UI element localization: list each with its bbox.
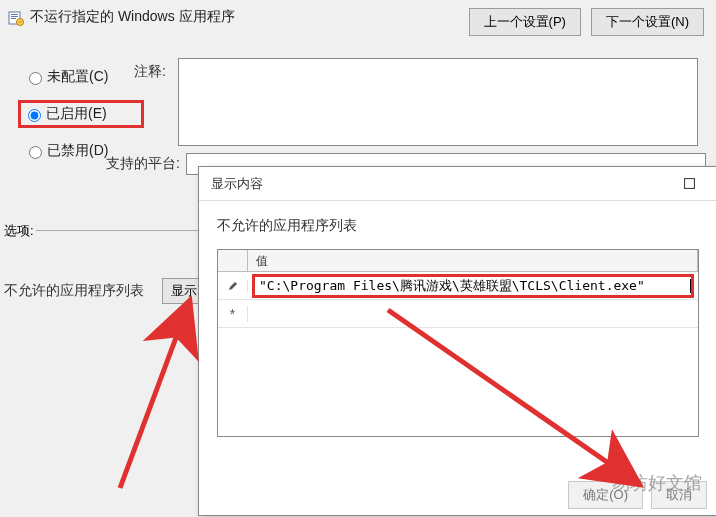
radio-unconfigured-label: 未配置(C)	[47, 68, 108, 86]
row-edit-indicator	[218, 280, 248, 292]
next-setting-button[interactable]: 下一个设置(N)	[591, 8, 704, 36]
platform-label: 支持的平台:	[106, 155, 180, 173]
new-row-star-icon: *	[230, 306, 235, 322]
radio-disabled-input[interactable]	[29, 146, 42, 159]
ok-button[interactable]: 确定(O)	[568, 481, 643, 509]
radio-enabled-input[interactable]	[28, 109, 41, 122]
options-label: 选项:	[4, 222, 34, 240]
prev-setting-button[interactable]: 上一个设置(P)	[469, 8, 581, 36]
note-textarea[interactable]	[178, 58, 698, 146]
dialog-subtitle: 不允许的应用程序列表	[217, 217, 699, 235]
maximize-button[interactable]	[669, 170, 709, 198]
svg-rect-5	[684, 179, 694, 189]
radio-unconfigured-input[interactable]	[29, 72, 42, 85]
note-label: 注释:	[134, 63, 166, 81]
dialog-title: 显示内容	[211, 175, 263, 193]
cancel-button[interactable]: 取消	[651, 481, 707, 509]
value-grid[interactable]: 值 "C:\Program Files\腾讯游戏\英雄联盟\TCLS\Clien…	[217, 249, 699, 437]
annotation-path-highlight: "C:\Program Files\腾讯游戏\英雄联盟\TCLS\Client.…	[252, 274, 694, 298]
policy-title: 不运行指定的 Windows 应用程序	[30, 8, 290, 26]
config-radio-group: 未配置(C) 已启用(E) 已禁用(D)	[24, 68, 144, 160]
pencil-icon	[227, 280, 239, 292]
text-caret	[690, 279, 691, 293]
column-value-header: 值	[248, 250, 698, 272]
maximize-icon	[684, 178, 695, 189]
svg-rect-2	[11, 16, 18, 17]
grid-header: 值	[218, 250, 698, 272]
radio-enabled-label: 已启用(E)	[46, 105, 107, 123]
table-row[interactable]: "C:\Program Files\腾讯游戏\英雄联盟\TCLS\Client.…	[218, 272, 698, 300]
radio-unconfigured[interactable]: 未配置(C)	[24, 68, 144, 86]
show-contents-dialog: 显示内容 不允许的应用程序列表 值 "C:\Program Files\腾讯游戏…	[198, 166, 716, 516]
svg-rect-3	[11, 18, 16, 19]
annotation-enabled-highlight: 已启用(E)	[18, 100, 144, 128]
policy-icon	[8, 10, 24, 26]
table-row[interactable]: *	[218, 300, 698, 328]
path-input[interactable]: "C:\Program Files\腾讯游戏\英雄联盟\TCLS\Client.…	[255, 277, 690, 295]
disallowed-list-label: 不允许的应用程序列表	[4, 282, 144, 300]
radio-enabled[interactable]: 已启用(E)	[23, 105, 135, 123]
svg-rect-1	[11, 14, 18, 15]
radio-disabled-label: 已禁用(D)	[47, 142, 108, 160]
